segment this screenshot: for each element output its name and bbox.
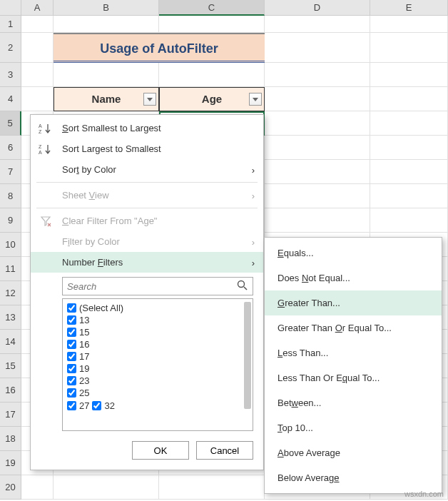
header-age-label: Age: [202, 93, 222, 105]
cancel-button[interactable]: Cancel: [196, 441, 253, 460]
row-header-6[interactable]: 6: [0, 136, 21, 160]
chevron-right-icon: ›: [252, 236, 255, 247]
value-item[interactable]: 17: [67, 350, 240, 363]
col-header-C[interactable]: C: [159, 0, 265, 16]
header-age[interactable]: Age: [159, 87, 265, 111]
checkbox[interactable]: [67, 315, 76, 325]
sort-by-color[interactable]: Sort by Color ›: [31, 159, 263, 180]
scrollbar[interactable]: [244, 302, 251, 409]
checkbox[interactable]: [67, 340, 76, 349]
chevron-right-icon: ›: [252, 257, 255, 268]
checkbox[interactable]: [67, 376, 76, 385]
sort-descending[interactable]: ZA Sort Largest to Smallest: [31, 138, 263, 159]
value-item[interactable]: 32: [92, 400, 114, 412]
number-filters-label: Number Filters: [62, 257, 123, 268]
value-item[interactable]: 25: [67, 387, 240, 399]
value-item[interactable]: 27 32: [67, 399, 240, 413]
checkbox[interactable]: [92, 401, 101, 410]
filter-button-age[interactable]: [249, 93, 262, 106]
row-header-15[interactable]: 15: [0, 354, 21, 378]
row-header-2[interactable]: 2: [0, 33, 21, 63]
svg-text:A: A: [39, 123, 42, 128]
value-item[interactable]: 13: [67, 314, 240, 326]
checkbox[interactable]: [67, 352, 76, 361]
row-header-7[interactable]: 7: [0, 160, 21, 184]
sort-desc-label: Sort Largest to Smallest: [62, 143, 161, 154]
clear-filter-icon: [38, 215, 54, 228]
sort-ascending[interactable]: AZ Sort Smallest to Largest: [31, 118, 263, 138]
value-label: 16: [79, 339, 89, 350]
value-item[interactable]: 16: [67, 338, 240, 350]
row-header-3[interactable]: 3: [0, 63, 21, 87]
checkbox[interactable]: [67, 388, 76, 398]
select-all-corner[interactable]: [0, 0, 21, 16]
filter-between[interactable]: Between...: [265, 390, 442, 415]
value-label: 15: [79, 327, 89, 338]
svg-text:A: A: [39, 150, 42, 155]
ok-button[interactable]: OK: [132, 441, 189, 460]
filter-values-list[interactable]: (Select All) 13 15 16 17 19 23 25 27 32: [63, 299, 253, 415]
filter-not-equal[interactable]: Does Not Equal...: [265, 265, 442, 290]
clear-filter: Clear Filter From "Age": [31, 211, 263, 231]
sheet-view-label: Sheet View: [62, 190, 109, 201]
row-header-20[interactable]: 20: [0, 475, 21, 500]
row-header-16[interactable]: 16: [0, 378, 21, 403]
col-header-A[interactable]: A: [21, 0, 54, 16]
row-header-12[interactable]: 12: [0, 281, 21, 305]
row-header-9[interactable]: 9: [0, 208, 21, 233]
filter-less-equal[interactable]: Less Than Or Equal To...: [265, 365, 442, 390]
filter-greater-than[interactable]: Greater Than...: [265, 290, 442, 315]
checkbox[interactable]: [67, 303, 76, 313]
value-select-all[interactable]: (Select All): [67, 302, 240, 314]
row-header-10[interactable]: 10: [0, 233, 21, 257]
col-header-D[interactable]: D: [265, 0, 370, 16]
sort-color-label: Sort by Color: [62, 164, 116, 175]
filter-below-average[interactable]: Below Average: [265, 465, 442, 490]
clear-filter-label: Clear Filter From "Age": [62, 216, 157, 226]
value-label: 23: [79, 375, 89, 386]
filter-top-10[interactable]: Top 10...: [265, 415, 442, 440]
row-header-18[interactable]: 18: [0, 427, 21, 451]
sort-desc-icon: ZA: [38, 143, 54, 156]
col-header-E[interactable]: E: [370, 0, 448, 16]
filter-equals[interactable]: Equals...: [265, 241, 442, 265]
col-header-B[interactable]: B: [54, 0, 159, 16]
watermark: wsxdn.com: [404, 490, 444, 498]
checkbox[interactable]: [67, 401, 76, 410]
dialog-buttons: OK Cancel: [31, 437, 263, 467]
filter-above-average[interactable]: Above Average: [265, 440, 442, 465]
row-header-1[interactable]: 1: [0, 16, 21, 33]
value-label: 17: [79, 351, 89, 362]
number-filters[interactable]: Number Filters ›: [31, 252, 263, 273]
search-input[interactable]: [67, 281, 237, 292]
checkbox[interactable]: [67, 364, 76, 373]
value-label: 25: [79, 388, 89, 398]
value-label: (Select All): [79, 303, 123, 313]
row-header-17[interactable]: 17: [0, 403, 21, 427]
row-header-13[interactable]: 13: [0, 305, 21, 330]
table-headers: Name Age: [54, 87, 265, 111]
search-box[interactable]: [62, 277, 253, 295]
row-header-14[interactable]: 14: [0, 330, 21, 354]
chevron-down-icon: [253, 98, 258, 101]
filter-greater-equal[interactable]: Greater Than Or Equal To...: [265, 315, 442, 340]
filter-less-than[interactable]: Less Than...: [265, 340, 442, 365]
filter-color-label: Filter by Color: [62, 236, 120, 247]
svg-point-4: [238, 280, 245, 287]
value-item[interactable]: 19: [67, 363, 240, 375]
value-label: 27: [79, 400, 89, 411]
row-header-5[interactable]: 5: [0, 111, 21, 136]
filter-button-name[interactable]: [143, 93, 156, 106]
row-header-4[interactable]: 4: [0, 87, 21, 111]
header-name[interactable]: Name: [54, 87, 159, 111]
search-icon: [237, 280, 248, 293]
value-item[interactable]: 15: [67, 326, 240, 338]
checkbox[interactable]: [67, 328, 76, 337]
sort-asc-label: Sort Smallest to Largest: [62, 123, 161, 133]
row-header-8[interactable]: 8: [0, 184, 21, 208]
autofilter-menu: AZ Sort Smallest to Largest ZA Sort Larg…: [30, 114, 264, 470]
separator: [36, 182, 258, 183]
row-header-11[interactable]: 11: [0, 257, 21, 281]
value-item[interactable]: 23: [67, 375, 240, 387]
row-header-19[interactable]: 19: [0, 451, 21, 475]
